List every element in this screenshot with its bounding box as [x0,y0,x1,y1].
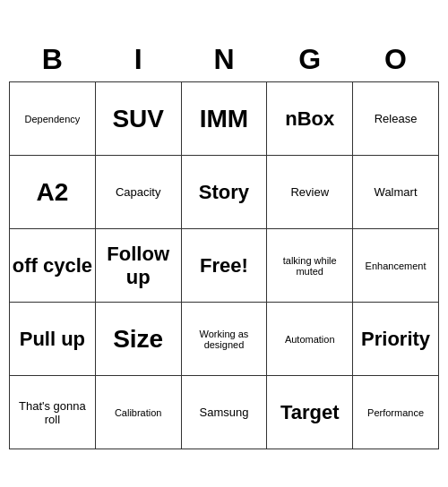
cell-r4-c2: Samsung [181,376,267,449]
cell-r0-c1: SUV [95,82,181,156]
cell-r4-c3: Target [267,376,353,449]
cell-r2-c1: Follow up [95,229,181,303]
header-b: B [10,38,96,82]
header-i: I [95,38,181,82]
cell-r1-c3: Review [267,156,353,229]
cell-r1-c2: Story [181,156,267,229]
cell-r4-c1: Calibration [95,376,181,449]
header-o: O [353,38,439,82]
cell-r2-c3: talking while muted [267,229,353,303]
bingo-card: B I N G O DependencySUVIMMnBoxReleaseA2C… [9,38,439,450]
cell-r0-c4: Release [353,82,439,156]
header-g: G [267,38,353,82]
cell-r0-c3: nBox [267,82,353,156]
cell-r4-c4: Performance [353,376,439,449]
cell-r1-c0: A2 [10,156,96,229]
cell-r4-c0: That's gonna roll [10,376,96,449]
cell-r0-c2: IMM [181,82,267,156]
cell-r3-c2: Working as designed [181,303,267,376]
cell-r0-c0: Dependency [10,82,96,156]
cell-r2-c0: off cycle [10,229,96,303]
cell-r1-c4: Walmart [353,156,439,229]
cell-r3-c3: Automation [267,303,353,376]
cell-r1-c1: Capacity [95,156,181,229]
cell-r3-c4: Priority [353,303,439,376]
cell-r2-c4: Enhancement [353,229,439,303]
cell-r3-c1: Size [95,303,181,376]
header-n: N [181,38,267,82]
cell-r3-c0: Pull up [10,303,96,376]
cell-r2-c2: Free! [181,229,267,303]
